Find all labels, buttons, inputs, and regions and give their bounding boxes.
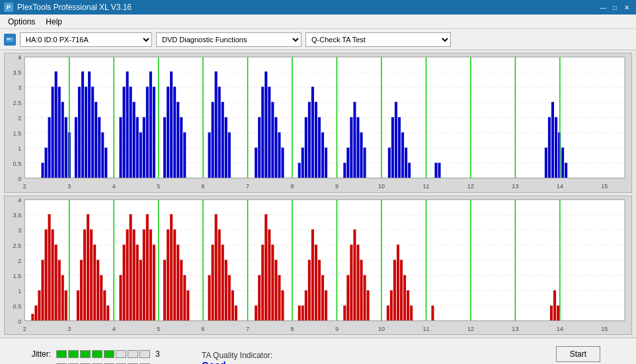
svg-text:7: 7: [246, 183, 249, 190]
svg-rect-256: [400, 260, 403, 320]
svg-text:13: 13: [512, 326, 518, 332]
svg-rect-179: [65, 290, 67, 320]
svg-rect-247: [356, 244, 359, 320]
svg-rect-40: [52, 87, 54, 178]
svg-rect-176: [55, 244, 58, 320]
svg-text:5: 5: [157, 326, 160, 332]
svg-rect-258: [407, 290, 409, 320]
minimize-button[interactable]: —: [598, 3, 608, 12]
jitter-value: 3: [155, 349, 169, 359]
svg-rect-239: [318, 260, 321, 320]
svg-text:1: 1: [18, 287, 21, 294]
svg-rect-187: [97, 260, 99, 320]
svg-text:15: 15: [601, 326, 608, 332]
svg-rect-99: [308, 102, 311, 178]
svg-rect-111: [360, 132, 363, 178]
menu-help[interactable]: Help: [40, 16, 67, 28]
top-chart: 4 3.5 3 2.5 2 1.5 1 0.5 0 2 3 4 5 6 7 8 …: [4, 53, 632, 193]
svg-rect-78: [208, 132, 211, 178]
metrics-section: Jitter: 3 Peak Shift:: [8, 349, 169, 365]
svg-rect-54: [98, 117, 100, 178]
svg-text:7: 7: [246, 326, 249, 332]
svg-rect-48: [78, 87, 81, 178]
svg-rect-210: [183, 275, 186, 320]
svg-rect-169: [31, 314, 34, 320]
svg-rect-42: [58, 87, 61, 178]
svg-rect-244: [346, 275, 349, 320]
svg-rect-92: [274, 117, 277, 178]
svg-rect-62: [133, 102, 136, 178]
svg-rect-53: [95, 102, 97, 178]
svg-rect-224: [258, 275, 260, 320]
svg-rect-227: [268, 229, 270, 320]
svg-rect-218: [225, 260, 227, 320]
svg-rect-206: [170, 214, 173, 320]
svg-rect-94: [282, 147, 284, 178]
svg-rect-217: [221, 244, 224, 320]
svg-rect-201: [149, 229, 152, 320]
close-button[interactable]: ✕: [621, 3, 632, 12]
svg-rect-248: [360, 260, 363, 320]
svg-rect-207: [173, 229, 176, 320]
svg-rect-122: [434, 163, 437, 178]
svg-rect-37: [41, 163, 44, 178]
svg-rect-189: [103, 290, 106, 320]
svg-rect-104: [325, 147, 327, 178]
maximize-button[interactable]: □: [610, 3, 620, 12]
svg-rect-101: [315, 102, 317, 178]
ta-quality-section: TA Quality Indicator: Good: [202, 351, 272, 365]
svg-rect-38: [45, 147, 48, 178]
svg-rect-88: [261, 87, 264, 178]
svg-rect-240: [321, 275, 324, 320]
svg-rect-114: [388, 147, 391, 178]
test-select[interactable]: Q-Check TA Test: [305, 32, 451, 47]
svg-text:4: 4: [18, 197, 21, 203]
svg-rect-238: [315, 244, 317, 320]
jitter-seg-8: [139, 350, 150, 358]
svg-rect-58: [119, 117, 122, 178]
svg-rect-265: [553, 290, 556, 320]
svg-text:11: 11: [422, 326, 429, 332]
svg-rect-220: [231, 290, 234, 320]
svg-text:14: 14: [557, 326, 563, 332]
svg-rect-241: [325, 290, 327, 320]
svg-rect-79: [212, 102, 214, 178]
svg-rect-108: [350, 117, 352, 178]
svg-rect-204: [163, 260, 166, 320]
svg-text:6: 6: [202, 183, 205, 190]
svg-rect-188: [100, 275, 102, 320]
svg-rect-178: [61, 275, 64, 320]
svg-rect-44: [65, 117, 67, 178]
svg-rect-55: [101, 132, 104, 178]
svg-text:8: 8: [291, 183, 294, 190]
svg-rect-123: [438, 163, 441, 178]
svg-rect-235: [305, 290, 307, 320]
svg-rect-126: [545, 147, 547, 178]
svg-rect-64: [139, 132, 142, 178]
svg-rect-234: [301, 305, 304, 320]
svg-text:0.5: 0.5: [13, 161, 22, 167]
jitter-row: Jitter: 3: [8, 349, 169, 359]
svg-rect-229: [274, 260, 277, 320]
svg-rect-190: [106, 305, 109, 320]
svg-text:15: 15: [601, 183, 608, 190]
svg-rect-1: [7, 38, 11, 40]
svg-text:3: 3: [18, 85, 21, 91]
svg-rect-215: [215, 214, 218, 320]
svg-rect-60: [126, 71, 129, 178]
svg-text:3.5: 3.5: [13, 212, 22, 219]
svg-rect-49: [81, 71, 84, 178]
drive-select[interactable]: HA:0 ID:0 PX-716A: [20, 32, 152, 47]
svg-rect-127: [548, 117, 551, 178]
svg-rect-107: [346, 147, 349, 178]
svg-text:5: 5: [157, 183, 160, 190]
svg-rect-50: [85, 87, 87, 178]
menu-options[interactable]: Options: [3, 16, 40, 28]
functions-select[interactable]: DVD Diagnostic Functions: [156, 32, 301, 47]
svg-rect-252: [387, 305, 389, 320]
svg-rect-173: [45, 229, 48, 320]
svg-rect-254: [393, 260, 396, 320]
start-button[interactable]: Start: [556, 346, 600, 362]
jitter-label: Jitter:: [8, 349, 51, 359]
ta-quality-value: Good: [202, 360, 226, 365]
